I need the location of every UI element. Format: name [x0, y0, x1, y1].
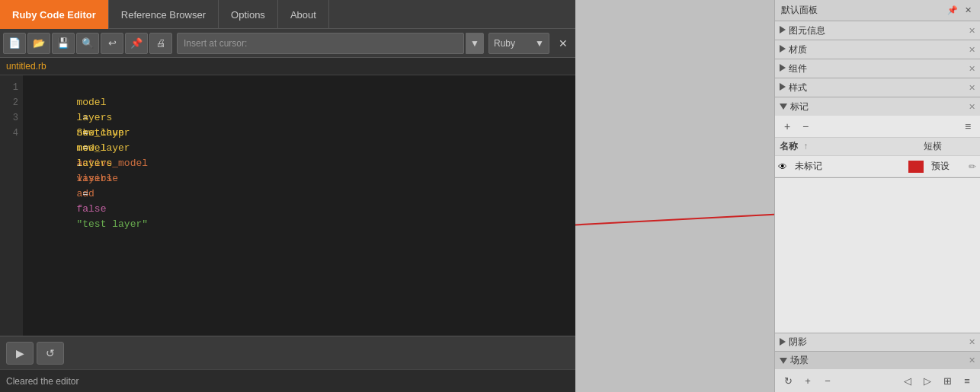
- panel-header-icons: 📌 ✕: [946, 5, 974, 17]
- row-color-swatch[interactable]: [908, 161, 924, 173]
- components-label: 组件: [789, 62, 807, 75]
- scene-move-right-button[interactable]: ▷: [919, 372, 936, 389]
- styles-label: 样式: [789, 81, 807, 94]
- pin-button[interactable]: 📌: [125, 33, 148, 54]
- row-edit-button[interactable]: ✏: [965, 161, 980, 172]
- tags-header[interactable]: 标记 ✕: [775, 97, 980, 116]
- search-button[interactable]: 🔍: [76, 33, 99, 54]
- insert-cursor-dropdown[interactable]: ▼: [466, 33, 484, 54]
- run-button[interactable]: ▶: [6, 342, 34, 365]
- tags-detail-button[interactable]: ≡: [960, 119, 975, 134]
- insert-cursor-box: Insert at cursor:: [177, 33, 464, 54]
- tab-options[interactable]: Options: [219, 0, 278, 29]
- dropdown-arrow-icon: ▼: [470, 38, 479, 49]
- refresh-icon: ↻: [784, 375, 793, 387]
- line-num-3: 3: [13, 110, 18, 126]
- scene-section-header[interactable]: 场景 ✕: [775, 351, 980, 369]
- tab-about[interactable]: About: [278, 0, 329, 29]
- search-icon: 🔍: [82, 37, 94, 49]
- language-dropdown[interactable]: Ruby ▼: [488, 33, 549, 54]
- shadow-label: 阴影: [789, 336, 807, 349]
- line-num-4: 4: [13, 126, 18, 141]
- file-name-bar: untitled.rb: [0, 58, 575, 75]
- clear-icon: ↺: [46, 347, 55, 359]
- entity-info-header[interactable]: 图元信息 ✕: [775, 21, 980, 40]
- col-short-header: 短横: [919, 138, 980, 155]
- panel-close-button[interactable]: ✕: [962, 5, 974, 17]
- tags-table: 名称 ↑ 短横 👁 未标记 预设 ✏: [775, 138, 980, 177]
- tags-table-row: 👁 未标记 预设 ✏: [775, 156, 980, 177]
- filename-label: untitled.rb: [6, 61, 46, 72]
- styles-section: 样式 ✕: [775, 78, 980, 97]
- scene-label: 场景: [790, 354, 809, 367]
- editor-toolbar: 📄 📂 💾 🔍 ↩ 📌 🖨 Insert at cursor: ▼ Ruby ▼: [0, 29, 575, 58]
- code-content[interactable]: model = Sketchup . active_model layers =…: [23, 75, 575, 336]
- right-panel: 默认面板 📌 ✕ 图元信息 ✕ 材质 ✕: [774, 0, 980, 392]
- tab-ruby-editor[interactable]: Ruby Code Editor: [0, 0, 109, 29]
- pin-icon: 📌: [130, 37, 143, 49]
- scene-remove-icon: −: [825, 375, 831, 387]
- tab-reference-browser[interactable]: Reference Browser: [109, 0, 219, 29]
- status-bar: Cleared the editor: [0, 369, 575, 392]
- clear-button[interactable]: ↺: [37, 342, 64, 365]
- tab-bar: Ruby Code Editor Reference Browser Optio…: [0, 0, 575, 29]
- tags-close[interactable]: ✕: [969, 102, 975, 112]
- shadow-close[interactable]: ✕: [969, 337, 975, 347]
- materials-header[interactable]: 材质 ✕: [775, 40, 980, 59]
- tags-section: 标记 ✕ + − ≡ 名称 ↑ 短横: [775, 97, 980, 178]
- open-file-button[interactable]: 📂: [27, 33, 50, 54]
- scene-move-left-button[interactable]: ◁: [899, 372, 916, 389]
- styles-triangle: [780, 82, 786, 93]
- materials-label: 材质: [789, 43, 807, 56]
- tags-detail-icon: ≡: [965, 120, 971, 132]
- scene-add-button[interactable]: +: [799, 372, 816, 389]
- tags-remove-button[interactable]: −: [798, 119, 813, 134]
- scene-refresh-button[interactable]: ↻: [780, 372, 796, 389]
- scene-remove-button[interactable]: −: [819, 372, 836, 389]
- close-icon: ✕: [559, 37, 568, 49]
- right-panel-header: 默认面板 📌 ✕: [775, 0, 980, 21]
- line-num-1: 1: [13, 80, 18, 95]
- row-short: 预设: [927, 158, 965, 174]
- panel-pin-button[interactable]: 📌: [946, 5, 959, 17]
- scene-detail-button[interactable]: ≡: [959, 372, 975, 389]
- undo-button[interactable]: ↩: [101, 33, 123, 54]
- tags-add-button[interactable]: +: [780, 119, 795, 134]
- new-icon: 📄: [8, 37, 21, 49]
- tags-toolbar: + − ≡: [775, 116, 980, 138]
- editor-close-button[interactable]: ✕: [554, 34, 572, 53]
- styles-close[interactable]: ✕: [969, 83, 975, 93]
- row-eye[interactable]: 👁: [775, 161, 790, 172]
- code-line-2: layers = model . layers: [29, 95, 569, 110]
- tags-add-icon: +: [784, 120, 790, 132]
- shadow-triangle: [780, 337, 786, 348]
- print-button[interactable]: 🖨: [149, 33, 172, 54]
- print-icon: 🖨: [156, 37, 166, 49]
- scene-grid-button[interactable]: ⊞: [939, 372, 956, 389]
- entity-info-label: 图元信息: [789, 24, 825, 37]
- save-file-button[interactable]: 💾: [52, 33, 75, 54]
- scene-close[interactable]: ✕: [969, 355, 975, 365]
- tags-label: 标记: [790, 100, 809, 113]
- styles-header[interactable]: 样式 ✕: [775, 78, 980, 97]
- new-file-button[interactable]: 📄: [3, 33, 26, 54]
- tags-table-header: 名称 ↑ 短横: [775, 138, 980, 156]
- entity-info-close[interactable]: ✕: [969, 26, 975, 36]
- shadow-section-header[interactable]: 阴影 ✕: [775, 333, 980, 351]
- code-area[interactable]: 1 2 3 4 model = Sketchup . active_model …: [0, 75, 575, 336]
- components-header[interactable]: 组件 ✕: [775, 59, 980, 78]
- materials-close[interactable]: ✕: [969, 45, 975, 55]
- materials-section: 材质 ✕: [775, 40, 980, 59]
- entity-info-section: 图元信息 ✕: [775, 21, 980, 40]
- tags-triangle: [780, 101, 787, 112]
- middle-area: [575, 0, 774, 392]
- code-line-1: model = Sketchup . active_model: [29, 80, 569, 95]
- line-numbers: 1 2 3 4: [0, 75, 23, 336]
- run-icon: ▶: [16, 347, 24, 359]
- components-close[interactable]: ✕: [969, 64, 975, 74]
- tags-remove-icon: −: [802, 120, 809, 132]
- language-label: Ruby: [494, 38, 515, 49]
- status-message: Cleared the editor: [6, 376, 78, 387]
- line-num-2: 2: [13, 95, 18, 110]
- panel-title: 默认面板: [781, 4, 818, 17]
